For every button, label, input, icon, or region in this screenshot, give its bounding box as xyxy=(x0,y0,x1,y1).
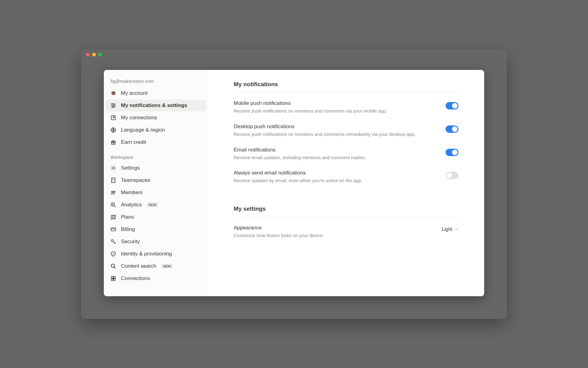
toggle-desktop-push[interactable] xyxy=(446,125,458,133)
svg-line-22 xyxy=(114,206,115,207)
setting-label: Desktop push notifications xyxy=(234,124,436,130)
credit-card-icon xyxy=(110,226,117,233)
magnify-plus-icon xyxy=(110,201,117,208)
toggle-always-email[interactable] xyxy=(446,172,458,179)
building-icon xyxy=(110,177,117,184)
section-title-settings: My settings xyxy=(234,205,458,217)
minimize-window-button[interactable] xyxy=(92,53,96,56)
sidebar-item-plans[interactable]: Plans xyxy=(106,211,206,223)
new-badge: NEW xyxy=(161,264,173,269)
sidebar-item-my-connections[interactable]: My connections xyxy=(106,112,206,124)
svg-point-19 xyxy=(111,191,113,193)
svg-point-29 xyxy=(111,240,113,242)
sidebar-item-security[interactable]: Security xyxy=(106,236,206,247)
setting-label: Mobile push notifications xyxy=(234,100,436,106)
svg-rect-27 xyxy=(111,228,116,231)
sidebar-item-label: My account xyxy=(121,90,148,96)
titlebar xyxy=(81,49,507,60)
sidebar-item-identity[interactable]: Identity & provisioning xyxy=(106,248,206,260)
sidebar-item-analytics[interactable]: Analytics NEW xyxy=(106,199,206,211)
sidebar-item-label: Content search xyxy=(121,263,156,269)
gift-icon xyxy=(110,139,117,146)
svg-rect-34 xyxy=(111,279,113,281)
sidebar-item-label: Teamspaces xyxy=(121,177,150,183)
sidebar-item-billing[interactable]: Billing xyxy=(106,224,206,235)
svg-point-20 xyxy=(114,191,115,193)
svg-line-31 xyxy=(114,267,116,269)
app-window: fig@makenotion.com 🐻 My account My notif… xyxy=(81,49,507,319)
close-window-button[interactable] xyxy=(86,53,90,56)
sidebar-item-label: Plans xyxy=(121,214,134,220)
people-icon xyxy=(110,189,117,196)
setting-desc: Receive updates by email, even when you'… xyxy=(234,177,436,184)
section-title-notifications: My notifications xyxy=(234,81,458,92)
sidebar-item-language-region[interactable]: Language & region xyxy=(106,124,206,136)
sidebar-item-label: Analytics xyxy=(121,202,142,208)
sidebar-item-label: Earn credit xyxy=(121,139,146,145)
sidebar-item-label: My connections xyxy=(121,115,157,121)
sidebar-item-content-search[interactable]: Content search NEW xyxy=(106,260,206,272)
new-badge: NEW xyxy=(147,202,158,207)
toggle-mobile-push[interactable] xyxy=(446,102,458,109)
sidebar-item-my-account[interactable]: 🐻 My account xyxy=(106,87,206,99)
map-icon xyxy=(110,214,117,220)
appearance-select[interactable]: Light xyxy=(442,227,458,232)
avatar-icon: 🐻 xyxy=(110,90,117,97)
svg-point-1 xyxy=(112,103,113,104)
setting-desc: Receive email updates, including mention… xyxy=(234,154,436,161)
sliders-icon xyxy=(110,102,117,109)
svg-point-11 xyxy=(113,167,114,169)
svg-point-30 xyxy=(111,264,115,267)
sidebar-item-notifications-settings[interactable]: My notifications & settings xyxy=(106,100,206,111)
gear-icon xyxy=(110,165,117,171)
setting-label: Email notifications xyxy=(234,147,436,153)
settings-sidebar: fig@makenotion.com 🐻 My account My notif… xyxy=(104,70,208,296)
key-icon xyxy=(110,238,117,245)
account-email: fig@makenotion.com xyxy=(104,76,208,87)
globe-icon xyxy=(110,127,117,133)
setting-desc: Customize how Notion looks on your devic… xyxy=(234,232,432,239)
grid-icon xyxy=(110,275,117,282)
search-icon xyxy=(110,263,117,270)
sidebar-item-connections[interactable]: Connections xyxy=(106,273,206,284)
setting-label: Appearance xyxy=(234,225,432,231)
svg-rect-32 xyxy=(111,276,113,278)
setting-desc: Receive push notifications on mentions a… xyxy=(234,108,436,114)
chevron-down-icon xyxy=(454,227,458,232)
sidebar-item-label: Identity & provisioning xyxy=(121,251,172,257)
svg-point-5 xyxy=(112,106,113,107)
external-link-icon xyxy=(110,114,117,121)
sidebar-item-label: Settings xyxy=(121,165,140,171)
settings-main: My notifications Mobile push notificatio… xyxy=(208,70,484,296)
sidebar-item-label: Language & region xyxy=(121,127,165,133)
workspace-section-header: Workspace xyxy=(104,149,208,162)
toggle-email[interactable] xyxy=(446,149,458,156)
setting-row-always-email: Always send email notifications Receive … xyxy=(234,170,458,184)
setting-row-appearance: Appearance Customize how Notion looks on… xyxy=(234,225,458,239)
svg-rect-12 xyxy=(111,178,115,183)
svg-rect-35 xyxy=(114,279,115,281)
sidebar-item-members[interactable]: Members xyxy=(106,187,206,198)
setting-desc: Receive push notifications on mentions a… xyxy=(234,131,436,138)
setting-row-desktop-push: Desktop push notifications Receive push … xyxy=(234,124,458,138)
sidebar-item-label: Connections xyxy=(121,275,150,282)
sidebar-item-settings[interactable]: Settings xyxy=(106,162,206,174)
setting-label: Always send email notifications xyxy=(234,170,436,176)
sidebar-item-label: Billing xyxy=(121,226,135,232)
appearance-value: Light xyxy=(442,227,452,232)
settings-panel: fig@makenotion.com 🐻 My account My notif… xyxy=(104,70,484,296)
sidebar-item-earn-credit[interactable]: Earn credit xyxy=(106,136,206,148)
sidebar-item-label: Security xyxy=(121,239,140,245)
svg-rect-33 xyxy=(114,276,115,278)
svg-point-3 xyxy=(114,105,115,106)
setting-row-mobile-push: Mobile push notifications Receive push n… xyxy=(234,100,458,114)
maximize-window-button[interactable] xyxy=(98,53,102,56)
sidebar-item-label: Members xyxy=(121,190,143,196)
shield-check-icon xyxy=(110,251,117,257)
sidebar-item-label: My notifications & settings xyxy=(121,102,187,109)
setting-row-email: Email notifications Receive email update… xyxy=(234,147,458,161)
sidebar-item-teamspaces[interactable]: Teamspaces xyxy=(106,174,206,186)
